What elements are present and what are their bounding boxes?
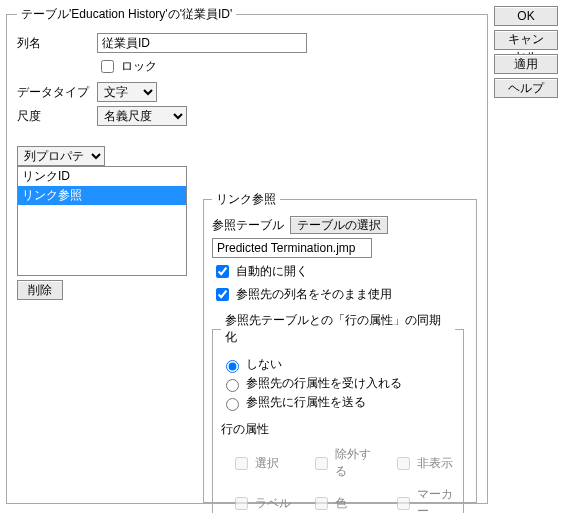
keep-colnames-checkbox[interactable] — [216, 288, 229, 301]
attr-label: 色 — [335, 495, 347, 512]
attr-marker-checkbox — [397, 497, 410, 510]
sync-group: 参照先テーブルとの「行の属性」の同期化 しない 参照先の行属性を受け入れる 参照… — [212, 312, 464, 513]
lock-checkbox[interactable] — [101, 60, 114, 73]
colname-label: 列名 — [17, 35, 97, 52]
colprops-select[interactable]: 列プロパティ — [17, 146, 105, 166]
reftable-label: 参照テーブル — [212, 217, 284, 234]
ok-button[interactable]: OK — [494, 6, 558, 26]
attr-label: 非表示 — [417, 455, 453, 472]
attr-exclude-checkbox — [315, 457, 328, 470]
sync-option-label: しない — [246, 356, 282, 373]
datatype-select[interactable]: 文字 — [97, 82, 157, 102]
attr-label: 選択 — [255, 455, 279, 472]
cancel-button[interactable]: キャンセル — [494, 30, 558, 50]
auto-open-checkbox[interactable] — [216, 265, 229, 278]
colname-input[interactable] — [97, 33, 307, 53]
list-item[interactable]: リンク参照 — [18, 186, 186, 205]
attr-label: ラベル — [255, 495, 291, 512]
linkref-legend: リンク参照 — [212, 191, 280, 208]
sync-legend: 参照先テーブルとの「行の属性」の同期化 — [221, 312, 455, 346]
auto-open-label: 自動的に開く — [236, 263, 308, 280]
sync-option-label: 参照先の行属性を受け入れる — [246, 375, 402, 392]
linkref-group: リンク参照 参照テーブル テーブルの選択 自動的に開く 参照先の列名をそのまま使… — [203, 191, 477, 503]
attr-color-checkbox — [315, 497, 328, 510]
help-button[interactable]: ヘルプ — [494, 78, 558, 98]
group-legend: テーブル'Education History'の'従業員ID' — [17, 6, 236, 23]
keep-colnames-label: 参照先の列名をそのまま使用 — [236, 286, 392, 303]
scale-select[interactable]: 名義尺度 — [97, 106, 187, 126]
scale-label: 尺度 — [17, 108, 97, 125]
attr-hide-checkbox — [397, 457, 410, 470]
list-item[interactable]: リンクID — [18, 167, 186, 186]
sync-radio-none[interactable] — [226, 360, 239, 373]
sync-radio-send[interactable] — [226, 398, 239, 411]
sync-option-label: 参照先に行属性を送る — [246, 394, 366, 411]
delete-button[interactable]: 削除 — [17, 280, 63, 300]
dialog-buttons: OK キャンセル 適用 ヘルプ — [494, 6, 558, 504]
attr-label-checkbox — [235, 497, 248, 510]
column-settings-group: テーブル'Education History'の'従業員ID' 列名 ロック デ… — [6, 6, 488, 504]
attr-select-checkbox — [235, 457, 248, 470]
attr-label: 除外する — [335, 446, 373, 480]
select-table-button[interactable]: テーブルの選択 — [290, 216, 388, 234]
sync-radio-accept[interactable] — [226, 379, 239, 392]
datatype-label: データタイプ — [17, 84, 97, 101]
rowattrs-label: 行の属性 — [221, 421, 455, 438]
attr-label: マーカー — [417, 486, 455, 513]
apply-button[interactable]: 適用 — [494, 54, 558, 74]
reftable-path-input[interactable] — [212, 238, 372, 258]
lock-label: ロック — [121, 58, 157, 75]
colprops-listbox[interactable]: リンクID リンク参照 — [17, 166, 187, 276]
